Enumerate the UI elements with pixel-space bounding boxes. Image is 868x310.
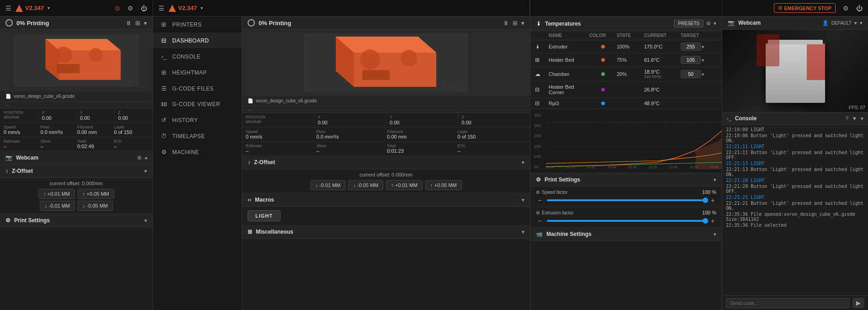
zoffset-chevron[interactable]: ▾ [144,168,147,174]
power-icon[interactable]: ⏻ [141,5,147,12]
print-settings-2-chevron[interactable]: ▾ [714,177,716,183]
macros-header[interactable]: ‹› Macros ▾ [242,193,530,207]
extruder-target-input[interactable] [681,43,701,51]
filament-label: Filament [77,125,112,129]
webcam-default-chevron[interactable]: ▾ [854,20,857,26]
sidebar-item-timelapse[interactable]: ⏱ TIMELAPSE [153,128,242,144]
settings-icon[interactable]: ⚙ [127,5,133,12]
extrusion-plus-btn[interactable]: + [709,217,716,224]
power-icon-right[interactable]: ⏻ [856,5,863,12]
version-chevron[interactable]: ▾ [48,5,50,11]
zoffset-minus-001[interactable]: ↓ -0.01 MM [40,201,75,211]
console-input[interactable] [726,298,850,308]
speed-plus-btn[interactable]: + [709,197,716,204]
center-zoffset-icon: ↕ [248,159,250,166]
chamber-target-input[interactable] [681,70,701,78]
pos-label: Position [4,110,34,115]
sidebar-item-dashboard[interactable]: ⊟ DASHBOARD [153,32,242,48]
zoffset-plus-005[interactable]: ↑ +0.05 MM [78,189,114,199]
center-position-grid: Position absolute X 0.00 Y 0.00 Z 0.00 [242,113,530,128]
center-pause-btn[interactable]: ⏸ [503,20,509,27]
misc-header[interactable]: ⊞ Miscellaneous ▾ [242,225,530,239]
misc-chevron[interactable]: ▾ [522,229,524,235]
center-chevron-btn[interactable]: ▾ [521,20,524,27]
sidebar-item-console[interactable]: ›_ CONSOLE [153,48,242,64]
webcam-header[interactable]: 📷 Webcam 👤 DEFAULT ▾ ▾ [722,16,868,30]
emergency-stop-button[interactable]: ⊙ EMERGENCY STOP [774,3,836,13]
webcam-header-chevron[interactable]: ▾ [860,20,863,26]
settings-icon-right[interactable]: ⚙ [843,5,849,12]
temps-icon: 🌡 [536,21,541,27]
console-header: ›_ Console ? ▼ ▾ [722,112,868,125]
webcam-collapse-icon[interactable]: ◂ [144,155,147,161]
console-expand-icon[interactable]: ▾ [861,116,863,122]
macros-chevron[interactable]: ▾ [522,197,524,203]
x-label: X [42,110,73,115]
webcam-settings-icon[interactable]: ⚙ [137,155,142,161]
center-grid-btn[interactable]: ⊞ [513,20,518,27]
machine-settings-header[interactable]: 📹 Machine Settings ▾ [530,228,722,241]
extrusion-factor-track[interactable] [547,220,705,222]
machine-settings-icon: 📹 [536,231,543,237]
light-macro-btn[interactable]: LIGHT [248,210,281,221]
sidebar-toggle[interactable]: ☰ [159,5,164,12]
sidebar-item-heightmap[interactable]: ⊞ HEIGHTMAP [153,64,242,80]
console-chevron-icon: ›_ [727,116,731,121]
webcam-section-header[interactable]: 📷 Webcam ⚙ ◂ [0,151,153,165]
status-circle [5,19,13,27]
print-settings-section-header[interactable]: ⚙ Print Settings ▾ [530,173,722,187]
center-zoffset-plus-001[interactable]: ↑ +0.01 MM [386,180,423,190]
position-grid: Position absolute X 0.00 Y 0.00 Z 0.00 [0,108,153,123]
svg-text:22:18: 22:18 [546,166,554,169]
console-log-line: 22:21:11 LIGHT [726,144,864,150]
console-filter-icon[interactable]: ▼ [852,116,857,121]
temps-settings-icon[interactable]: ⚙ [706,21,711,27]
extrusion-minus-btn[interactable]: − [536,217,543,224]
sidebar-item-history[interactable]: ↺ HISTORY [153,112,242,128]
presets-button[interactable]: PRESETS [674,20,704,27]
sidebar-item-machine[interactable]: ⚙ MACHINE [153,144,242,160]
console-icon: ›_ [160,53,168,60]
zoffset-plus-001[interactable]: ↑ +0.01 MM [38,189,75,199]
sidebar-item-gcode-viewer[interactable]: 3D G-CODE VIEWER [153,96,242,112]
center-zoffset-minus-005[interactable]: ↓ -0.05 MM [348,180,383,190]
zoffset-section-header[interactable]: ↕ Z-Offset ▾ [0,165,153,178]
rpi-icon: ⊟ [535,100,540,107]
speed-factor-track[interactable] [547,199,705,201]
console-input-row: ▶ [722,295,868,310]
print-settings-header[interactable]: ⚙ Print Settings ▾ [0,214,153,227]
temps-row-heater-bed: ⊞ Heater Bed 75% 61.6°C ▾ [530,53,722,67]
center-zoffset-chevron[interactable]: ▾ [522,160,524,166]
console-panel: ›_ Console ? ▼ ▾ 22:19:00 LIGHT22:19:06 … [722,112,868,310]
center-file-info: 📄 voron_design_cube_v6.gcode [242,96,530,106]
heater-bed-target-input[interactable] [681,56,701,64]
print-settings-chevron[interactable]: ▾ [144,218,147,224]
speed-minus-btn[interactable]: − [536,197,543,204]
temps-row-extruder: 🌡 Extruder 100% 175.0°C ▾ [530,40,722,53]
temps-chevron[interactable]: ▾ [714,21,716,27]
grid-btn[interactable]: ⊞ [135,20,140,27]
console-log-line: 22:35:36 File selected [726,222,864,228]
chevron-btn[interactable]: ▾ [144,20,147,27]
zoffset-minus-005[interactable]: ↓ -0.05 MM [78,201,113,211]
hamburger-icon[interactable]: ☰ [5,5,11,12]
temps-row-heater-bed-corner: ⊟ Heater Bed Corner 26.8°C [530,82,722,98]
temps-section-header[interactable]: 🌡 Temperatures PRESETS ⚙ ▾ [530,16,722,31]
center-estimate: Estimate – Slicer – Total 0:01:23 ETA – [242,142,530,156]
svg-rect-24 [546,113,722,169]
console-send-button[interactable]: ▶ [852,298,864,308]
center-zoffset-minus-001[interactable]: ↓ -0.01 MM [310,180,345,190]
center-zoffset-header[interactable]: ↕ Z-Offset ▾ [242,156,530,169]
console-help-icon[interactable]: ? [846,116,848,121]
heightmap-icon: ⊞ [160,69,168,76]
center-zoffset-plus-005[interactable]: ↑ +0.05 MM [425,180,462,190]
center-thumbnail [242,30,530,96]
machine-settings-chevron[interactable]: ▾ [714,231,716,237]
print-settings-icon: ⚙ [5,217,11,224]
chamber-arrow: ▾ [702,72,704,77]
sidebar-item-printers[interactable]: ⊞ PRINTERS [153,16,242,32]
sidebar-item-gcode-files[interactable]: ☰ G-CODE FILES [153,80,242,96]
pause-btn[interactable]: ⏸ [126,20,132,27]
svg-text:22:28: 22:28 [649,166,657,169]
version-chevron-2[interactable]: ▾ [201,5,203,11]
